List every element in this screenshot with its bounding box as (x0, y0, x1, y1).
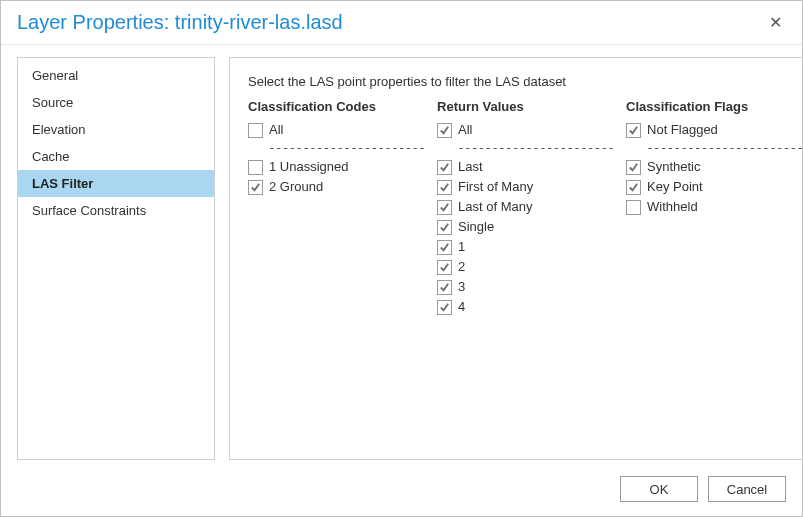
checkbox[interactable] (248, 160, 263, 175)
checkbox-row: Last (437, 157, 614, 177)
checkbox-label: 4 (458, 298, 465, 316)
cancel-button[interactable]: Cancel (708, 476, 786, 502)
checkbox[interactable] (626, 200, 641, 215)
checkbox-label: Last (458, 158, 483, 176)
group-divider: ----------------------- (626, 140, 803, 157)
column-header: Classification Flags (626, 99, 803, 114)
group-divider: ----------------------- (248, 140, 425, 157)
checkbox-label: 2 (458, 258, 465, 276)
dialog-footer: OK Cancel (620, 476, 786, 502)
checkbox-label: 3 (458, 278, 465, 296)
sidebar-item-surface-constraints[interactable]: Surface Constraints (18, 197, 214, 224)
checkbox-label: All (269, 121, 283, 139)
checkbox[interactable] (437, 240, 452, 255)
sidebar-item-elevation[interactable]: Elevation (18, 116, 214, 143)
checkbox[interactable] (248, 180, 263, 195)
dialog-title: Layer Properties: trinity-river-las.lasd (17, 11, 343, 34)
group-divider: ----------------------- (437, 140, 614, 157)
column-header: Classification Codes (248, 99, 425, 114)
checkbox-label: All (458, 121, 472, 139)
checkbox-label: Single (458, 218, 494, 236)
checkbox-row: Single (437, 217, 614, 237)
checkbox-row: Last of Many (437, 197, 614, 217)
titlebar: Layer Properties: trinity-river-las.lasd… (1, 1, 802, 45)
checkbox[interactable] (626, 160, 641, 175)
checkbox-row: 1 (437, 237, 614, 257)
sidebar-item-las-filter[interactable]: LAS Filter (18, 170, 214, 197)
checkbox-row: All (248, 120, 425, 140)
checkbox-row: Withheld (626, 197, 803, 217)
content-panel: Select the LAS point properties to filte… (229, 57, 803, 460)
checkbox-row: 2 Ground (248, 177, 425, 197)
instruction-text: Select the LAS point properties to filte… (248, 74, 803, 89)
checkbox[interactable] (437, 220, 452, 235)
filter-column: Classification FlagsNot Flagged---------… (626, 99, 803, 317)
column-header: Return Values (437, 99, 614, 114)
checkbox-row: 2 (437, 257, 614, 277)
checkbox-label: First of Many (458, 178, 533, 196)
checkbox[interactable] (248, 123, 263, 138)
sidebar-item-general[interactable]: General (18, 62, 214, 89)
dialog-body: GeneralSourceElevationCacheLAS FilterSur… (1, 45, 802, 460)
checkbox-row: Not Flagged (626, 120, 803, 140)
sidebar: GeneralSourceElevationCacheLAS FilterSur… (17, 57, 215, 460)
checkbox-label: Not Flagged (647, 121, 718, 139)
checkbox[interactable] (437, 280, 452, 295)
checkbox[interactable] (437, 180, 452, 195)
checkbox-row: All (437, 120, 614, 140)
checkbox-row: Key Point (626, 177, 803, 197)
close-icon[interactable]: ✕ (765, 9, 786, 36)
checkbox-label: 1 (458, 238, 465, 256)
sidebar-item-source[interactable]: Source (18, 89, 214, 116)
checkbox[interactable] (437, 260, 452, 275)
checkbox[interactable] (626, 123, 641, 138)
sidebar-item-cache[interactable]: Cache (18, 143, 214, 170)
filter-column: Return ValuesAll-----------------------L… (437, 99, 614, 317)
filter-column: Classification CodesAll-----------------… (248, 99, 425, 317)
checkbox-row: First of Many (437, 177, 614, 197)
checkbox-row: 3 (437, 277, 614, 297)
checkbox-row: Synthetic (626, 157, 803, 177)
checkbox[interactable] (437, 300, 452, 315)
checkbox[interactable] (626, 180, 641, 195)
checkbox[interactable] (437, 160, 452, 175)
checkbox-row: 1 Unassigned (248, 157, 425, 177)
filter-columns: Classification CodesAll-----------------… (248, 99, 803, 317)
checkbox-label: 2 Ground (269, 178, 323, 196)
ok-button[interactable]: OK (620, 476, 698, 502)
checkbox-label: Key Point (647, 178, 703, 196)
checkbox[interactable] (437, 200, 452, 215)
checkbox-label: Withheld (647, 198, 698, 216)
checkbox-label: Synthetic (647, 158, 700, 176)
checkbox[interactable] (437, 123, 452, 138)
checkbox-label: 1 Unassigned (269, 158, 349, 176)
checkbox-row: 4 (437, 297, 614, 317)
layer-properties-dialog: Layer Properties: trinity-river-las.lasd… (0, 0, 803, 517)
checkbox-label: Last of Many (458, 198, 532, 216)
